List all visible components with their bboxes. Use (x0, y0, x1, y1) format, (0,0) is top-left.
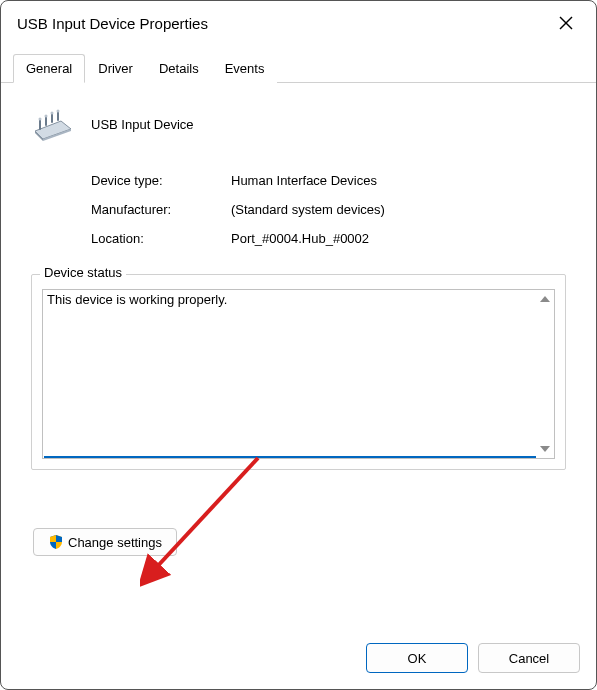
device-status-textbox[interactable]: This device is working properly. (42, 289, 555, 459)
device-status-group: Device status This device is working pro… (31, 274, 566, 470)
properties-dialog: USB Input Device Properties General Driv… (0, 0, 597, 690)
svg-marker-14 (540, 446, 550, 452)
manufacturer-label: Manufacturer: (91, 202, 231, 217)
titlebar: USB Input Device Properties (1, 1, 596, 43)
ok-button[interactable]: OK (366, 643, 468, 673)
window-title: USB Input Device Properties (17, 15, 208, 32)
tab-events[interactable]: Events (212, 54, 278, 83)
svg-point-11 (51, 112, 54, 115)
device-status-text: This device is working properly. (47, 292, 534, 309)
close-icon (559, 16, 573, 30)
svg-marker-13 (540, 296, 550, 302)
change-settings-button[interactable]: Change settings (33, 528, 177, 556)
device-type-label: Device type: (91, 173, 231, 188)
change-settings-label: Change settings (68, 535, 162, 550)
device-properties: Device type: Human Interface Devices Man… (27, 173, 570, 246)
device-type-value: Human Interface Devices (231, 173, 570, 188)
cancel-label: Cancel (509, 651, 549, 666)
tab-general[interactable]: General (13, 54, 85, 83)
location-label: Location: (91, 231, 231, 246)
shield-icon (48, 534, 64, 550)
svg-point-9 (39, 118, 42, 121)
change-settings-row: Change settings (27, 528, 570, 556)
dialog-footer: OK Cancel (1, 631, 596, 689)
location-value: Port_#0004.Hub_#0002 (231, 231, 570, 246)
tab-details[interactable]: Details (146, 54, 212, 83)
tab-page-general: USB Input Device Device type: Human Inte… (1, 83, 596, 631)
device-name: USB Input Device (91, 117, 194, 132)
cancel-button[interactable]: Cancel (478, 643, 580, 673)
ok-label: OK (408, 651, 427, 666)
scroll-up-icon[interactable] (537, 291, 553, 307)
usb-device-icon (33, 107, 73, 141)
tabstrip: General Driver Details Events (1, 53, 596, 83)
device-status-legend: Device status (40, 265, 126, 280)
scroll-down-icon[interactable] (537, 441, 553, 457)
device-header: USB Input Device (27, 107, 570, 141)
svg-rect-5 (39, 119, 41, 130)
manufacturer-value: (Standard system devices) (231, 202, 570, 217)
close-button[interactable] (550, 9, 582, 37)
svg-point-12 (57, 110, 60, 113)
tab-driver[interactable]: Driver (85, 54, 146, 83)
svg-point-10 (45, 115, 48, 118)
